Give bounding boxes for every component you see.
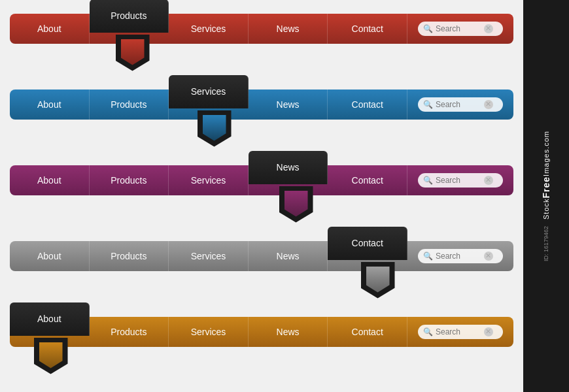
- nav-item-contact-red[interactable]: Contact: [328, 14, 407, 44]
- nav-item-products-gold[interactable]: Products: [90, 317, 169, 347]
- nav-wrapper-purple: AboutProductsServicesNewsContact🔍✕: [10, 165, 513, 224]
- search-icon: 🔍: [423, 24, 433, 33]
- search-input-red[interactable]: [436, 24, 481, 33]
- search-icon: 🔍: [423, 100, 433, 109]
- nav-bar-blue: AboutProductsServicesNewsContact🔍✕: [10, 90, 513, 120]
- nav-item-contact-blue[interactable]: Contact: [328, 90, 407, 120]
- search-section-gold: 🔍✕: [407, 325, 513, 339]
- sidebar: StockFreeImages.com ID: 16179462: [523, 0, 569, 392]
- nav-item-news-red[interactable]: News: [249, 14, 328, 44]
- sidebar-bold: Free: [541, 176, 551, 199]
- badge-gold: [34, 338, 68, 374]
- nav-bar-purple: AboutProductsServicesNewsContact🔍✕: [10, 165, 513, 195]
- nav-item-services-gold[interactable]: Services: [169, 317, 249, 347]
- nav-item-products-red[interactable]: Products: [90, 0, 169, 33]
- nav-item-news-blue[interactable]: News: [249, 90, 328, 120]
- search-section-gray: 🔍✕: [407, 249, 513, 263]
- nav-item-products-blue[interactable]: Products: [90, 90, 169, 120]
- nav-item-services-purple[interactable]: Services: [169, 165, 249, 195]
- badge-purple: [279, 186, 313, 223]
- badge-gray: [361, 262, 395, 299]
- badge-blue: [198, 110, 232, 147]
- search-section-red: 🔍✕: [407, 22, 513, 36]
- search-section-blue: 🔍✕: [407, 97, 513, 112]
- search-icon: 🔍: [423, 252, 433, 261]
- search-clear-icon[interactable]: ✕: [484, 252, 493, 261]
- main-content: AboutProductsServicesNewsContact🔍✕AboutP…: [0, 0, 523, 392]
- nav-wrapper-gold: AboutProductsServicesNewsContact🔍✕: [10, 317, 513, 376]
- nav-bar-gold: AboutProductsServicesNewsContact🔍✕: [10, 317, 513, 347]
- search-box-gray: 🔍✕: [418, 249, 503, 263]
- search-box-blue: 🔍✕: [418, 97, 503, 112]
- nav-item-news-gold[interactable]: News: [249, 317, 328, 347]
- search-icon: 🔍: [423, 327, 433, 336]
- nav-item-news-gray[interactable]: News: [249, 241, 328, 271]
- search-input-gold[interactable]: [436, 327, 481, 336]
- nav-bar-red: AboutProductsServicesNewsContact🔍✕: [10, 14, 513, 44]
- search-clear-icon[interactable]: ✕: [484, 176, 493, 185]
- nav-item-services-gray[interactable]: Services: [169, 241, 249, 271]
- badge-red: [116, 35, 150, 71]
- sidebar-watermark: StockFreeImages.com: [541, 131, 551, 220]
- nav-item-services-blue[interactable]: Services: [169, 75, 249, 108]
- search-input-purple[interactable]: [436, 176, 481, 185]
- nav-item-services-red[interactable]: Services: [169, 14, 249, 44]
- nav-item-contact-purple[interactable]: Contact: [328, 165, 407, 195]
- nav-wrapper-gray: AboutProductsServicesNewsContact🔍✕: [10, 241, 513, 300]
- nav-item-products-gray[interactable]: Products: [90, 241, 169, 271]
- search-section-purple: 🔍✕: [407, 173, 513, 188]
- nav-item-news-purple[interactable]: News: [249, 151, 328, 184]
- sidebar-id: ID: 16179462: [543, 226, 549, 261]
- nav-item-contact-gold[interactable]: Contact: [328, 317, 407, 347]
- search-clear-icon[interactable]: ✕: [484, 327, 493, 336]
- nav-wrapper-red: AboutProductsServicesNewsContact🔍✕: [10, 14, 513, 73]
- nav-item-products-purple[interactable]: Products: [90, 165, 169, 195]
- search-box-purple: 🔍✕: [418, 173, 503, 188]
- nav-bar-gray: AboutProductsServicesNewsContact🔍✕: [10, 241, 513, 271]
- nav-item-about-gold[interactable]: About: [10, 302, 90, 336]
- search-icon: 🔍: [423, 176, 433, 185]
- search-box-red: 🔍✕: [418, 22, 503, 36]
- nav-wrapper-blue: AboutProductsServicesNewsContact🔍✕: [10, 90, 513, 148]
- search-input-blue[interactable]: [436, 100, 481, 109]
- sidebar-prefix: Stock: [542, 198, 550, 220]
- search-box-gold: 🔍✕: [418, 325, 503, 339]
- nav-item-about-blue[interactable]: About: [10, 90, 90, 120]
- nav-item-contact-gray[interactable]: Contact: [328, 227, 407, 260]
- nav-item-about-gray[interactable]: About: [10, 241, 90, 271]
- search-clear-icon[interactable]: ✕: [484, 24, 493, 33]
- nav-item-about-purple[interactable]: About: [10, 165, 90, 195]
- sidebar-domain: Images.com: [542, 131, 550, 176]
- search-clear-icon[interactable]: ✕: [484, 100, 493, 109]
- search-input-gray[interactable]: [436, 252, 481, 261]
- nav-item-about-red[interactable]: About: [10, 14, 90, 44]
